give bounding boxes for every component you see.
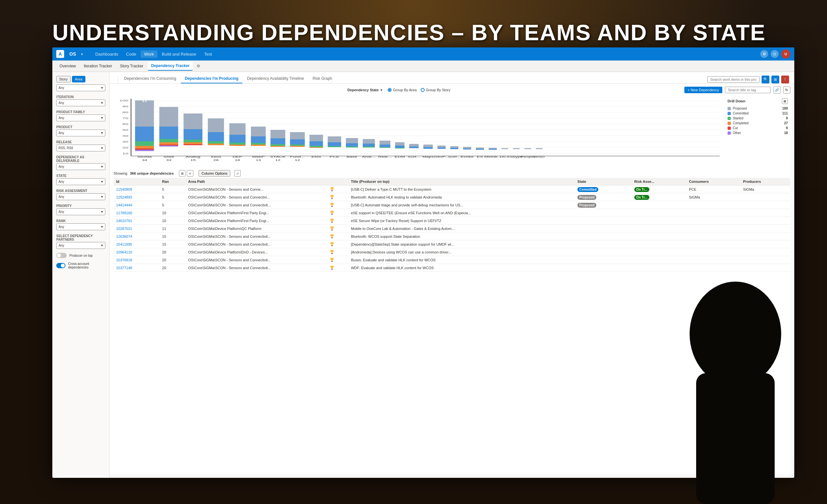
filter-icon[interactable]: ⊞ (771, 75, 779, 84)
item-id-link[interactable]: 14610761 (116, 219, 132, 223)
group-by-story[interactable]: Group By Story (421, 88, 450, 92)
state-select[interactable]: Any▾ (56, 178, 105, 185)
item-producers (741, 240, 790, 248)
svg-rect-92 (380, 145, 390, 147)
subnav-story[interactable]: Story Tracker (117, 62, 147, 70)
table-layout-btn[interactable]: ⊞ (179, 170, 186, 177)
release-select[interactable]: RS5, RS6▾ (56, 145, 105, 151)
svg-rect-118 (489, 149, 497, 150)
svg-rect-68 (290, 132, 304, 139)
product-family-select[interactable]: Any▾ (56, 114, 105, 121)
item-state (575, 248, 632, 256)
expand-icon[interactable]: ⤢ (234, 170, 241, 177)
rank-select[interactable]: Any▾ (56, 223, 105, 230)
producer-on-top-row: Producer on top (52, 252, 109, 259)
chart-legend-panel: Drill Down ⊞ Proposed 189 Committed 111 (725, 96, 790, 167)
table-row: 11540809 5 OS\Core\SiGMa\SCON - Sensors … (113, 186, 790, 193)
filter-iteration: Iteration Any▾ (52, 94, 109, 108)
item-area: OS\Core\SiGMa\SCON - Sensors and Conne..… (186, 186, 327, 193)
legend-proposed: Proposed 189 (728, 107, 788, 110)
tab-producing[interactable]: Dependencies I'm Producing (181, 74, 242, 84)
subnav-overview[interactable]: Overview (56, 62, 79, 70)
item-producers (741, 264, 790, 272)
area-path-select[interactable]: Any ▾ (56, 84, 105, 91)
item-title: eSE support in QSEE/TEE (Ensure eSE Func… (348, 209, 575, 217)
project-search-input[interactable] (707, 76, 760, 83)
svg-text:10: 10 (123, 152, 128, 155)
item-risk (632, 209, 686, 217)
search-button[interactable]: 🔍 (762, 75, 769, 84)
item-id-link[interactable]: 10287021 (116, 226, 132, 231)
subnav-iteration[interactable]: Iteration Tracker (81, 62, 115, 70)
item-consumers (686, 240, 741, 248)
svg-rect-39 (184, 140, 202, 142)
group-by-area[interactable]: Group By Area (388, 88, 417, 92)
subnav-dependency[interactable]: Dependency Tracker (148, 61, 193, 71)
tab-consuming[interactable]: Dependencies I'm Consuming (120, 74, 180, 84)
item-consumers (686, 217, 741, 225)
svg-text:33: 33 (166, 159, 172, 161)
notification-icon[interactable]: ! (781, 75, 789, 84)
producer-on-top-toggle[interactable] (56, 253, 67, 258)
nav-dashboards[interactable]: Dashboards (92, 50, 121, 58)
svg-text:12: 12 (295, 159, 300, 161)
item-icon: 🏆 (327, 248, 348, 256)
priority-select[interactable]: Any▾ (56, 208, 105, 215)
item-id-link[interactable]: 11540809 (116, 187, 132, 191)
table-row: 15377148 20 OS\Core\SiGMa\SCON - Sensors… (113, 264, 790, 272)
nav-code[interactable]: Code (123, 50, 139, 58)
product-select[interactable]: Any▾ (56, 130, 105, 136)
drill-down-icon[interactable]: ⊞ (782, 98, 788, 104)
dep-search-input[interactable] (725, 87, 771, 93)
project-dropdown-arrow[interactable]: ▾ (81, 52, 83, 56)
search-icon[interactable]: ⚙ (760, 50, 768, 58)
column-options-button[interactable]: Column Options (199, 170, 230, 177)
new-dependency-button[interactable]: + New Dependency (684, 87, 722, 93)
story-toggle-btn[interactable]: Story (56, 76, 71, 83)
item-producers (741, 201, 790, 209)
tab-risk-graph[interactable]: Risk Graph (309, 74, 336, 84)
link-icon[interactable]: 🔗 (773, 86, 781, 94)
svg-rect-22 (135, 141, 154, 146)
item-id-link[interactable]: 12636074 (116, 235, 132, 239)
user-avatar[interactable]: U (781, 49, 790, 58)
nav-work[interactable]: Work (141, 50, 157, 58)
risk-select[interactable]: Any▾ (56, 193, 105, 200)
item-area: OS\Core\SiGMa\SCON - Sensors and Connect… (186, 201, 327, 209)
item-id-link[interactable]: 14414444 (116, 203, 132, 207)
legend-completed: Completed 27 (728, 121, 788, 125)
item-title: WDF: Evaluate and validate HLK content f… (348, 264, 575, 272)
item-consumers (686, 209, 741, 217)
settings-icon[interactable]: ⊙ (771, 50, 779, 58)
dep-deliverable-select[interactable]: Any▾ (56, 163, 105, 170)
item-id-link[interactable]: 10964110 (116, 250, 132, 254)
item-id-link[interactable]: 12524893 (116, 195, 132, 199)
nav-build[interactable]: Build and Release (159, 50, 200, 58)
tab-availability[interactable]: Dependency Availability Timeline (243, 74, 308, 84)
legend-other: Other 18 (728, 131, 788, 135)
item-id-link[interactable]: 11789160 (116, 211, 132, 215)
svg-rect-102 (423, 145, 433, 147)
item-id-link[interactable]: 15377148 (116, 266, 132, 270)
dependency-state-dropdown[interactable]: Dependency State ▾ (347, 88, 382, 92)
project-name[interactable]: OS (67, 50, 79, 58)
svg-rect-97 (395, 148, 405, 149)
list-layout-btn[interactable]: ≡ (187, 170, 193, 177)
item-title: Bluetooth: Automated HLK testing to vali… (348, 193, 575, 201)
iteration-select[interactable]: Any▾ (56, 99, 105, 106)
item-area: OS\Core\SiGMa\Device Platform\QC Platfor… (186, 225, 327, 233)
item-id-link[interactable]: 15376918 (116, 258, 132, 262)
svg-point-130 (690, 282, 781, 386)
settings-gear-icon[interactable]: ⚙ (194, 62, 203, 70)
cross-account-toggle[interactable] (56, 263, 65, 268)
svg-text:90: 90 (123, 105, 128, 108)
refresh-icon[interactable]: ↻ (783, 86, 790, 94)
svg-rect-44 (208, 118, 224, 132)
dep-partners-select[interactable]: Any▾ (56, 242, 105, 249)
tab-collapse-btn[interactable] (115, 75, 118, 84)
svg-rect-103 (423, 147, 433, 149)
svg-rect-62 (271, 130, 285, 138)
item-id-link[interactable]: 15411895 (116, 242, 132, 246)
nav-test[interactable]: Test (201, 50, 215, 58)
area-toggle-btn[interactable]: Area (72, 76, 85, 83)
